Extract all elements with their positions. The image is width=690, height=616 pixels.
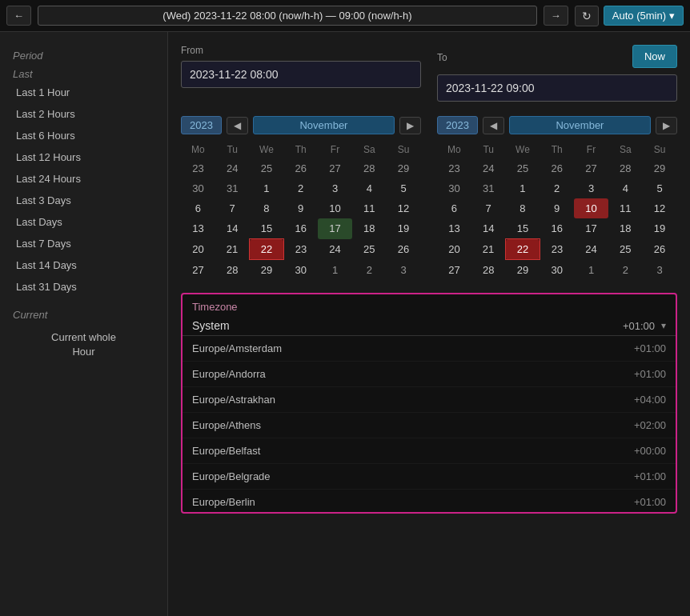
sidebar-item-last-3-days[interactable]: Last 3 Days: [0, 190, 167, 211]
list-item[interactable]: Europe/Astrakhan +04:00: [183, 387, 676, 413]
day-cell[interactable]: 27: [318, 158, 352, 178]
day-cell[interactable]: 20: [437, 239, 471, 260]
day-cell[interactable]: 26: [540, 158, 574, 178]
list-item[interactable]: Europe/Athens +02:00: [183, 413, 676, 438]
day-cell[interactable]: 2: [283, 178, 318, 198]
refresh-button[interactable]: ↻: [575, 6, 599, 26]
day-cell[interactable]: 23: [283, 239, 318, 260]
sidebar-item-last-6-hours[interactable]: Last 6 Hours: [0, 125, 167, 146]
day-cell[interactable]: 25: [250, 158, 284, 178]
day-cell[interactable]: 19: [643, 218, 677, 239]
sidebar-item-last-14-days[interactable]: Last 14 Days: [0, 254, 167, 276]
sidebar-item-current-whole-hour[interactable]: Current wholeHour: [0, 326, 167, 364]
back-button[interactable]: ←: [6, 6, 31, 26]
day-cell[interactable]: 1: [574, 260, 608, 281]
day-cell[interactable]: 10: [318, 198, 352, 218]
day-cell[interactable]: 1: [506, 178, 540, 198]
day-cell[interactable]: 17: [318, 218, 352, 239]
day-cell[interactable]: 18: [608, 218, 643, 239]
day-cell[interactable]: 3: [387, 260, 421, 281]
day-cell[interactable]: 3: [318, 178, 352, 198]
day-cell[interactable]: 14: [215, 218, 250, 239]
day-cell[interactable]: 2: [540, 178, 574, 198]
sidebar-item-last-1-hour[interactable]: Last 1 Hour: [0, 82, 167, 103]
day-cell[interactable]: 24: [574, 239, 608, 260]
to-datetime-input[interactable]: [437, 74, 677, 102]
sidebar-item-last-2-hours[interactable]: Last 2 Hours: [0, 103, 167, 125]
day-cell[interactable]: 27: [181, 260, 215, 281]
day-cell[interactable]: 20: [181, 239, 215, 260]
day-cell[interactable]: 18: [352, 218, 387, 239]
day-cell[interactable]: 17: [574, 218, 608, 239]
day-cell[interactable]: 26: [283, 158, 318, 178]
day-cell[interactable]: 1: [318, 260, 352, 281]
day-cell[interactable]: 11: [608, 198, 643, 218]
day-cell[interactable]: 16: [540, 218, 574, 239]
now-button[interactable]: Now: [632, 45, 677, 68]
day-cell[interactable]: 15: [250, 218, 284, 239]
day-cell[interactable]: 13: [437, 218, 471, 239]
sidebar-item-last-31-days[interactable]: Last 31 Days: [0, 276, 167, 298]
day-cell[interactable]: 5: [387, 178, 421, 198]
day-cell[interactable]: 5: [643, 178, 677, 198]
day-cell[interactable]: 16: [283, 218, 318, 239]
day-cell[interactable]: 2: [352, 260, 387, 281]
day-cell[interactable]: 21: [215, 239, 250, 260]
day-cell[interactable]: 9: [283, 198, 318, 218]
day-cell[interactable]: 6: [437, 198, 471, 218]
sidebar-item-last-7-days[interactable]: Last 7 Days: [0, 233, 167, 254]
from-year-button[interactable]: 2023: [181, 116, 222, 134]
timezone-dropdown-icon[interactable]: ▾: [661, 320, 666, 331]
day-cell[interactable]: 1: [250, 178, 284, 198]
day-cell[interactable]: 8: [506, 198, 540, 218]
day-cell[interactable]: 15: [506, 218, 540, 239]
day-cell[interactable]: 24: [318, 239, 352, 260]
sidebar-item-last-days[interactable]: Last Days: [0, 211, 167, 233]
day-cell[interactable]: 23: [540, 239, 574, 260]
sidebar-item-last-12-hours[interactable]: Last 12 Hours: [0, 146, 167, 168]
day-cell[interactable]: 25: [352, 239, 387, 260]
day-cell[interactable]: 23: [181, 158, 215, 178]
day-cell[interactable]: 26: [387, 239, 421, 260]
day-cell[interactable]: 25: [506, 158, 540, 178]
day-cell[interactable]: 21: [471, 239, 506, 260]
day-cell[interactable]: 4: [608, 178, 643, 198]
day-cell[interactable]: 24: [471, 158, 506, 178]
day-cell[interactable]: 29: [506, 260, 540, 281]
day-cell[interactable]: 22: [250, 239, 284, 260]
day-cell[interactable]: 12: [387, 198, 421, 218]
day-cell[interactable]: 6: [181, 198, 215, 218]
day-cell[interactable]: 22: [506, 239, 540, 260]
list-item[interactable]: Europe/Berlin +01:00: [183, 490, 676, 512]
day-cell[interactable]: 30: [181, 178, 215, 198]
list-item[interactable]: Europe/Belfast +00:00: [183, 438, 676, 464]
day-cell[interactable]: 29: [387, 158, 421, 178]
day-cell[interactable]: 13: [181, 218, 215, 239]
day-cell[interactable]: 30: [437, 178, 471, 198]
to-prev-month-button[interactable]: ◀: [483, 117, 504, 134]
day-cell[interactable]: 23: [437, 158, 471, 178]
forward-button[interactable]: →: [544, 6, 568, 26]
list-item[interactable]: Europe/Belgrade +01:00: [183, 464, 676, 490]
auto-refresh-button[interactable]: Auto (5min) ▾: [604, 6, 684, 26]
day-cell[interactable]: 3: [643, 260, 677, 281]
timezone-input[interactable]: [192, 319, 623, 332]
from-prev-month-button[interactable]: ◀: [227, 117, 248, 134]
day-cell[interactable]: 14: [471, 218, 506, 239]
day-cell[interactable]: 31: [215, 178, 250, 198]
day-cell[interactable]: 26: [643, 239, 677, 260]
day-cell[interactable]: 24: [215, 158, 250, 178]
day-cell[interactable]: 30: [540, 260, 574, 281]
day-cell[interactable]: 7: [471, 198, 506, 218]
day-cell[interactable]: 4: [352, 178, 387, 198]
day-cell[interactable]: 3: [574, 178, 608, 198]
day-cell[interactable]: 19: [387, 218, 421, 239]
to-year-button[interactable]: 2023: [437, 116, 478, 134]
day-cell[interactable]: 8: [250, 198, 284, 218]
day-cell[interactable]: 29: [643, 158, 677, 178]
day-cell[interactable]: 28: [215, 260, 250, 281]
day-cell[interactable]: 11: [352, 198, 387, 218]
to-next-month-button[interactable]: ▶: [656, 117, 677, 134]
day-cell[interactable]: 9: [540, 198, 574, 218]
day-cell[interactable]: 28: [608, 158, 643, 178]
